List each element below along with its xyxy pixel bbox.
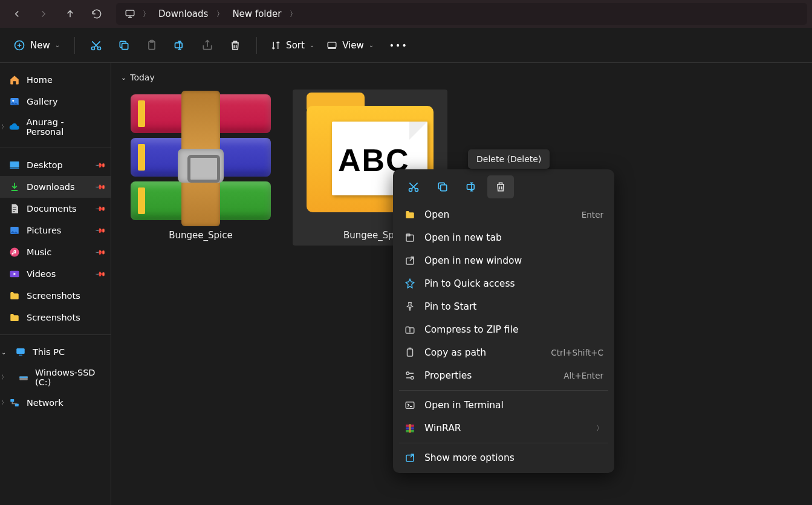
sidebar-item-pictures[interactable]: Pictures 📌	[0, 220, 111, 241]
sidebar: Home Gallery 〉 Anurag - Personal Desktop…	[0, 63, 111, 505]
new-button[interactable]: New ⌄	[7, 36, 66, 55]
svg-point-30	[406, 372, 409, 375]
plus-icon	[13, 39, 25, 51]
sidebar-gallery[interactable]: Gallery	[0, 91, 111, 112]
sidebar-item-downloads[interactable]: Downloads 📌	[0, 176, 111, 198]
ctx-new-window[interactable]: Open in new window	[393, 249, 614, 272]
svg-point-31	[411, 377, 414, 380]
ctx-label: Open in new window	[424, 255, 522, 266]
svg-rect-37	[406, 455, 414, 462]
ctx-pin-quick[interactable]: Pin to Quick access	[393, 272, 614, 295]
ctx-rename-button[interactable]	[458, 175, 485, 198]
ctx-label: Pin to Quick access	[424, 278, 515, 289]
sidebar-item-label: Screenshots	[27, 313, 80, 322]
svg-rect-19	[19, 377, 28, 378]
sidebar-item-label: This PC	[33, 347, 65, 357]
sort-button[interactable]: Sort ⌄	[265, 36, 319, 54]
newtab-icon	[404, 232, 416, 243]
svg-rect-0	[126, 10, 134, 16]
expand-icon[interactable]: 〉	[1, 399, 7, 407]
terminal-icon	[404, 400, 416, 411]
ctx-new-tab[interactable]: Open in new tab	[393, 226, 614, 249]
sidebar-item-label: Documents	[27, 204, 77, 213]
ctx-copy-path[interactable]: Copy as path Ctrl+Shift+C	[393, 341, 614, 364]
refresh-button[interactable]	[85, 2, 109, 26]
properties-icon	[404, 370, 416, 381]
share-button[interactable]	[195, 33, 220, 58]
paste-button[interactable]	[139, 33, 164, 58]
svg-point-23	[415, 189, 418, 192]
sidebar-onedrive[interactable]: 〉 Anurag - Personal	[0, 112, 111, 142]
sidebar-item-label: Videos	[27, 269, 56, 279]
cut-button[interactable]	[83, 33, 109, 58]
svg-rect-11	[10, 161, 19, 168]
ctx-label: Open in new tab	[424, 232, 502, 243]
svg-point-2	[92, 47, 95, 50]
ctx-open[interactable]: Open Enter	[393, 203, 614, 226]
ctx-pin-start[interactable]: Pin to Start	[393, 295, 614, 318]
sidebar-home[interactable]: Home	[0, 69, 111, 91]
expand-icon[interactable]: 〉	[1, 373, 7, 382]
svg-rect-16	[16, 348, 25, 354]
sidebar-network[interactable]: 〉 Network	[0, 392, 111, 414]
breadcrumb[interactable]: 〉 Downloads 〉 New folder 〉	[116, 3, 807, 25]
sidebar-item-label: Pictures	[27, 226, 61, 235]
svg-point-22	[409, 189, 412, 192]
more-button[interactable]: •••	[386, 33, 411, 58]
ctx-label: Open in Terminal	[424, 400, 504, 411]
separator	[0, 334, 111, 335]
pc-icon[interactable]	[121, 5, 139, 23]
winrar-icon	[131, 94, 271, 224]
expand-icon[interactable]: 〉	[1, 123, 7, 131]
ctx-delete-button[interactable]	[487, 175, 514, 198]
ctx-zip[interactable]: Compress to ZIP file	[393, 318, 614, 341]
sidebar-item-label: Anurag - Personal	[27, 117, 102, 137]
delete-button[interactable]	[222, 33, 248, 58]
sidebar-item-screenshots2[interactable]: Screenshots	[0, 307, 111, 328]
sidebar-drive-c[interactable]: 〉 Windows-SSD (C:)	[0, 363, 111, 392]
more-icon	[404, 452, 416, 463]
sidebar-item-screenshots1[interactable]: Screenshots	[0, 285, 111, 307]
file-item-rar[interactable]: Bungee_Spice	[123, 90, 278, 246]
ctx-cut-button[interactable]	[400, 175, 427, 198]
back-button[interactable]	[5, 2, 29, 26]
sidebar-item-documents[interactable]: Documents 📌	[0, 198, 111, 220]
svg-rect-32	[406, 402, 414, 409]
ctx-terminal[interactable]: Open in Terminal	[393, 394, 614, 417]
breadcrumb-downloads[interactable]: Downloads	[154, 6, 213, 22]
forward-button[interactable]	[31, 2, 56, 26]
separator	[74, 37, 75, 54]
chevron-down-icon: ⌄	[121, 74, 126, 82]
pin-icon: 📌	[94, 268, 106, 279]
sidebar-item-desktop[interactable]: Desktop 📌	[0, 154, 111, 176]
svg-rect-7	[175, 42, 183, 47]
ctx-label: Compress to ZIP file	[424, 324, 518, 335]
pictures-icon	[8, 224, 21, 236]
ctx-properties[interactable]: Properties Alt+Enter	[393, 364, 614, 387]
view-button[interactable]: View ⌄	[322, 36, 378, 54]
svg-rect-28	[406, 258, 414, 265]
context-menu: Open Enter Open in new tab Open in new w…	[393, 169, 614, 473]
view-label: View	[342, 40, 364, 51]
breadcrumb-new-folder[interactable]: New folder	[227, 6, 286, 22]
svg-rect-12	[10, 168, 19, 169]
sidebar-item-music[interactable]: Music 📌	[0, 241, 111, 263]
rename-button[interactable]	[167, 33, 192, 58]
svg-rect-20	[10, 399, 14, 402]
newwindow-icon	[404, 255, 416, 266]
group-header-today[interactable]: ⌄ Today	[116, 70, 807, 90]
svg-rect-36	[409, 424, 411, 432]
ctx-winrar[interactable]: WinRAR 〉	[393, 417, 614, 440]
folder-icon	[8, 311, 21, 324]
expand-icon[interactable]: ⌄	[1, 349, 6, 356]
sidebar-item-label: Network	[27, 398, 63, 408]
sidebar-item-videos[interactable]: Videos 📌	[0, 263, 111, 285]
copy-button[interactable]	[111, 33, 137, 58]
svg-rect-25	[467, 184, 475, 189]
ctx-copy-button[interactable]	[429, 175, 456, 198]
ctx-shortcut: Alt+Enter	[564, 371, 603, 380]
ellipsis-icon: •••	[389, 41, 408, 50]
up-button[interactable]	[58, 2, 82, 26]
ctx-more-options[interactable]: Show more options	[393, 446, 614, 469]
sidebar-this-pc[interactable]: ⌄ This PC	[0, 341, 111, 363]
